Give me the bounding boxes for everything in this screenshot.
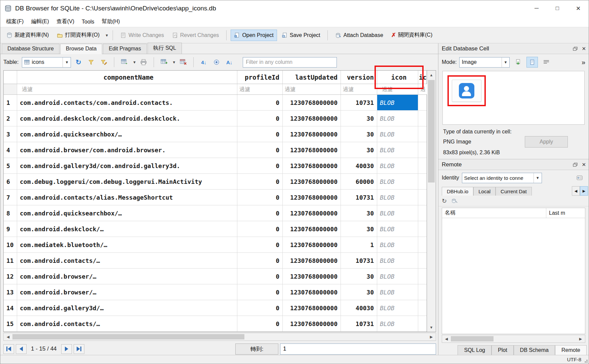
row-number[interactable]: 9	[4, 221, 17, 237]
column-filter-input[interactable]	[380, 84, 418, 94]
menu-item[interactable]: 幫助(H)	[98, 17, 123, 27]
remote-horizontal-scrollbar[interactable]: ◀ ▶	[442, 335, 585, 343]
table-row[interactable]: 7com.android.contacts/alias.MessageShort…	[4, 190, 427, 205]
goto-input[interactable]	[280, 343, 436, 355]
close-panel-icon[interactable]: ✕	[582, 46, 586, 52]
cell-profileId[interactable]: 0	[237, 284, 283, 300]
cell-icon-blob[interactable]: BLOB	[377, 221, 418, 237]
overflow-chevron-icon[interactable]: »	[582, 58, 585, 66]
cell-profileId[interactable]: 0	[237, 269, 283, 284]
table-row[interactable]: 9com.android.deskclock/…0123076800000030…	[4, 221, 427, 237]
cell-lastUpdated[interactable]: 1230768000000	[283, 158, 341, 173]
save-table-button[interactable]	[119, 57, 130, 68]
cell-lastUpdated[interactable]: 1230768000000	[283, 284, 341, 300]
new-database-button[interactable]: 新建資料庫(N)	[3, 29, 52, 41]
undock-icon[interactable]	[573, 163, 578, 167]
cell-icon-blob[interactable]: BLOB	[377, 95, 418, 110]
cell-version[interactable]: 40030	[341, 300, 377, 316]
apply-button[interactable]: Apply	[525, 136, 568, 148]
cell-lastUpdated[interactable]: 1230768000000	[283, 253, 341, 268]
row-number[interactable]: 3	[4, 126, 17, 142]
cell-lastUpdated[interactable]: 1230768000000	[283, 95, 341, 110]
insert-record-button[interactable]	[159, 57, 169, 68]
write-changes-button[interactable]: Write Changes	[117, 30, 167, 41]
cell-version[interactable]: 10731	[341, 316, 377, 331]
scroll-left-icon[interactable]: ◀	[442, 335, 451, 342]
tab-執行-sql[interactable]: 執行 SQL	[148, 43, 182, 54]
global-filter-input[interactable]	[243, 57, 337, 68]
filter-input-lastUpdated[interactable]	[283, 84, 341, 94]
import-data-button[interactable]	[512, 57, 524, 68]
cell-componentName[interactable]: com.android.deskclock/com.android.deskcl…	[17, 111, 237, 126]
row-number[interactable]: 15	[4, 316, 17, 331]
cell-lastUpdated[interactable]: 1230768000000	[283, 142, 341, 158]
cell-lastUpdated[interactable]: 1230768000000	[283, 111, 341, 126]
cell-version[interactable]: 30	[341, 205, 377, 221]
cell-componentName[interactable]: com.android.browser/…	[17, 269, 237, 284]
cell-version[interactable]: 30	[341, 142, 377, 158]
open-database-dropdown-arrow[interactable]: ▼	[105, 33, 109, 37]
cell-icon-blob[interactable]: BLOB	[377, 174, 418, 189]
cell-componentName[interactable]: com.android.contacts/…	[17, 316, 237, 331]
print-button[interactable]	[138, 57, 149, 68]
remote-tab-dbhub-io[interactable]: DBHub.io	[442, 187, 473, 196]
table-select[interactable]: icons ▼	[22, 57, 71, 68]
cell-version[interactable]: 10731	[341, 95, 377, 110]
tab-edit-pragmas[interactable]: Edit Pragmas	[103, 44, 147, 54]
cell-profileId[interactable]: 0	[237, 300, 283, 316]
table-row[interactable]: 6com.debug.loggerui/com.debug.loggerui.M…	[4, 174, 427, 190]
row-number[interactable]: 12	[4, 269, 17, 284]
cell-version[interactable]: 1	[341, 237, 377, 252]
tab-database-structure[interactable]: Database Structure	[2, 44, 60, 54]
undock-icon[interactable]	[573, 47, 578, 51]
cell-clipped[interactable]	[418, 142, 427, 158]
cell-lastUpdated[interactable]: 1230768000000	[283, 316, 341, 331]
cell-componentName[interactable]: com.android.browser/…	[17, 284, 237, 300]
cell-componentName[interactable]: com.android.contacts/alias.MessageShortc…	[17, 190, 237, 205]
filter-input-version[interactable]	[341, 84, 377, 94]
cell-icon-blob[interactable]: BLOB	[377, 126, 418, 142]
table-row[interactable]: 14com.android.gallery3d/…012307680000004…	[4, 300, 427, 316]
cell-clipped[interactable]	[418, 284, 427, 300]
cell-profileId[interactable]: 0	[237, 190, 283, 205]
insert-record-dropdown-arrow[interactable]: ▼	[172, 60, 176, 64]
delete-record-button[interactable]	[178, 57, 189, 68]
table-row[interactable]: 5com.android.gallery3d/com.android.galle…	[4, 158, 427, 174]
cell-profileId[interactable]: 0	[237, 95, 283, 110]
filter-input-componentName[interactable]	[17, 84, 237, 94]
table-row[interactable]: 3com.android.quicksearchbox/…01230768000…	[4, 126, 427, 142]
cell-icon-blob[interactable]: BLOB	[377, 205, 418, 221]
remote-name-column-header[interactable]: 名稱	[442, 208, 546, 218]
filter-input-icon[interactable]	[377, 84, 418, 94]
cell-profileId[interactable]: 0	[237, 221, 283, 237]
column-header-clipped[interactable]: ic	[418, 71, 427, 84]
close-panel-icon[interactable]: ✕	[582, 162, 586, 168]
cell-icon-blob[interactable]: BLOB	[377, 253, 418, 268]
cell-componentName[interactable]: com.android.quicksearchbox/…	[17, 126, 237, 142]
clone-database-icon[interactable]	[451, 198, 458, 204]
remote-tabs-right-icon[interactable]: ▶	[580, 186, 588, 196]
sort-numeric-button[interactable]: 4↓	[198, 57, 209, 68]
scroll-right-icon[interactable]: ▶	[576, 335, 585, 342]
cell-clipped[interactable]	[418, 174, 427, 189]
cell-lastUpdated[interactable]: 1230768000000	[283, 205, 341, 221]
cell-clipped[interactable]	[418, 300, 427, 316]
sort-az-button[interactable]: A↓	[224, 57, 235, 68]
cell-version[interactable]: 30	[341, 269, 377, 284]
cell-profileId[interactable]: 0	[237, 237, 283, 252]
cell-lastUpdated[interactable]: 1230768000000	[283, 190, 341, 205]
menu-item[interactable]: 查看(V)	[53, 17, 78, 27]
scroll-right-icon[interactable]: ▶	[427, 333, 436, 340]
revert-changes-button[interactable]: Revert Changes	[169, 30, 223, 41]
cell-clipped[interactable]	[418, 190, 427, 205]
remote-scroll-thumb[interactable]	[451, 336, 494, 341]
row-number[interactable]: 6	[4, 174, 17, 189]
dock-tab-plot[interactable]: Plot	[492, 345, 514, 355]
cell-profileId[interactable]: 0	[237, 158, 283, 173]
table-row[interactable]: 15com.android.contacts/…0123076800000010…	[4, 316, 427, 332]
cell-clipped[interactable]	[418, 316, 427, 331]
table-row[interactable]: 1com.android.contacts/com.android.contac…	[4, 95, 427, 111]
column-filter-input[interactable]	[283, 84, 338, 94]
row-number[interactable]: 13	[4, 284, 17, 300]
menu-item[interactable]: Tools	[78, 17, 98, 26]
